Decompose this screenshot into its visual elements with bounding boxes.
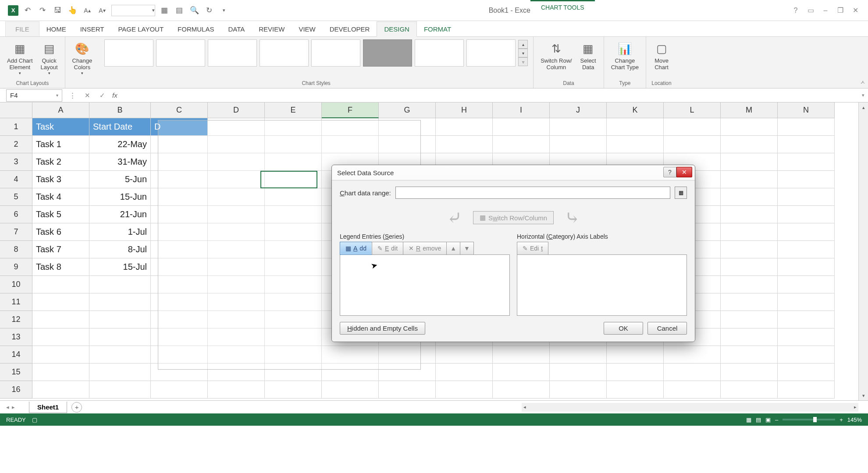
save-button[interactable]: 🖫 <box>52 5 63 16</box>
cell-N2[interactable] <box>778 136 835 153</box>
cell-B1[interactable]: Start Date <box>89 118 151 136</box>
cell-N7[interactable] <box>778 223 835 241</box>
qa-icon-3[interactable]: 🔍 <box>189 5 200 16</box>
name-box[interactable]: F4▾ <box>6 89 62 102</box>
zoom-out-button[interactable]: – <box>775 417 778 423</box>
cell-M8[interactable] <box>721 241 778 258</box>
cell-A13[interactable] <box>32 328 89 346</box>
qa-more[interactable]: ▾ <box>218 5 230 16</box>
style-thumb-7[interactable] <box>415 39 464 67</box>
view-pagebreak-button[interactable]: ▣ <box>765 417 771 423</box>
zoom-level[interactable]: 145% <box>847 417 862 423</box>
enter-formula-button[interactable]: ✓ <box>96 90 108 101</box>
select-data-button[interactable]: ▦Select Data <box>578 39 598 73</box>
cell-F16[interactable] <box>322 381 379 399</box>
style-thumb-8[interactable] <box>466 39 516 67</box>
cell-M3[interactable] <box>721 153 778 171</box>
ribbon-options-button[interactable]: ▭ <box>806 6 815 15</box>
cell-M4[interactable] <box>721 171 778 188</box>
cell-A14[interactable] <box>32 346 89 364</box>
cell-A10[interactable] <box>32 276 89 293</box>
undo-button[interactable]: ↶ <box>22 5 33 16</box>
zoom-in-button[interactable]: + <box>840 417 843 423</box>
cell-I14[interactable] <box>493 346 550 364</box>
tab-insert[interactable]: INSERT <box>73 22 111 36</box>
row-header-12[interactable]: 12 <box>0 311 32 328</box>
cell-A8[interactable]: Task 7 <box>32 241 89 258</box>
font-decrease-button[interactable]: A▾ <box>96 5 108 16</box>
vertical-scrollbar[interactable]: ▴▾ <box>858 102 868 400</box>
cell-L14[interactable] <box>664 346 721 364</box>
cell-M16[interactable] <box>721 381 778 399</box>
fx-label[interactable]: fx <box>112 92 117 99</box>
cell-L15[interactable] <box>664 364 721 381</box>
qa-icon-2[interactable]: ▤ <box>174 5 185 16</box>
cell-G16[interactable] <box>379 381 436 399</box>
cell-B11[interactable] <box>89 293 151 311</box>
cell-L2[interactable] <box>664 136 721 153</box>
formula-input[interactable] <box>121 89 858 102</box>
row-header-3[interactable]: 3 <box>0 153 32 171</box>
cell-N12[interactable] <box>778 311 835 328</box>
row-header-7[interactable]: 7 <box>0 223 32 241</box>
cell-M12[interactable] <box>721 311 778 328</box>
cell-M1[interactable] <box>721 118 778 136</box>
tab-view[interactable]: VIEW <box>292 22 322 36</box>
cell-M2[interactable] <box>721 136 778 153</box>
cell-A9[interactable]: Task 8 <box>32 258 89 276</box>
col-header-F[interactable]: F <box>322 102 379 118</box>
row-header-4[interactable]: 4 <box>0 171 32 188</box>
chart-styles-gallery[interactable]: ▴▾▿ <box>104 39 528 67</box>
horizontal-scrollbar[interactable]: ◂▸ <box>522 403 858 412</box>
axis-labels-list[interactable] <box>517 254 687 316</box>
col-header-E[interactable]: E <box>265 102 322 118</box>
column-headers[interactable]: ABCDEFGHIJKLMN <box>32 102 835 118</box>
cell-A5[interactable]: Task 4 <box>32 188 89 206</box>
cell-B16[interactable] <box>89 381 151 399</box>
row-header-9[interactable]: 9 <box>0 258 32 276</box>
cell-B6[interactable]: 21-Jun <box>89 206 151 223</box>
row-header-1[interactable]: 1 <box>0 118 32 136</box>
qa-icon-1[interactable]: ▦ <box>159 5 170 16</box>
tab-design[interactable]: DESIGN <box>377 21 417 37</box>
cancel-button[interactable]: Cancel <box>647 322 687 335</box>
cell-B15[interactable] <box>89 364 151 381</box>
tab-file[interactable]: FILE <box>5 21 39 36</box>
dialog-close-button[interactable]: ✕ <box>676 167 692 177</box>
add-sheet-button[interactable]: + <box>71 402 82 413</box>
cell-H2[interactable] <box>436 136 493 153</box>
move-chart-button[interactable]: ▢Move Chart <box>651 39 672 73</box>
cell-H14[interactable] <box>436 346 493 364</box>
col-header-D[interactable]: D <box>208 102 265 118</box>
row-header-11[interactable]: 11 <box>0 293 32 311</box>
cell-K16[interactable] <box>607 381 664 399</box>
help-button[interactable]: ? <box>791 6 800 15</box>
cell-N13[interactable] <box>778 328 835 346</box>
cell-N16[interactable] <box>778 381 835 399</box>
cell-A6[interactable]: Task 5 <box>32 206 89 223</box>
cell-N14[interactable] <box>778 346 835 364</box>
cell-M11[interactable] <box>721 293 778 311</box>
minimize-button[interactable]: – <box>821 6 830 15</box>
cell-B13[interactable] <box>89 328 151 346</box>
macro-record-icon[interactable]: ▢ <box>32 417 37 423</box>
cell-B3[interactable]: 31-May <box>89 153 151 171</box>
style-thumb-5[interactable] <box>311 39 360 67</box>
row-header-2[interactable]: 2 <box>0 136 32 153</box>
cell-N5[interactable] <box>778 188 835 206</box>
style-thumb-1[interactable] <box>104 39 153 67</box>
cell-N10[interactable] <box>778 276 835 293</box>
collapse-ribbon-button[interactable]: ㅅ <box>860 79 865 86</box>
cell-B2[interactable]: 22-May <box>89 136 151 153</box>
dialog-help-button[interactable]: ? <box>663 167 676 177</box>
hidden-empty-cells-button[interactable]: Hidden and Empty Cells <box>340 322 425 335</box>
tab-formulas[interactable]: FORMULAS <box>171 22 221 36</box>
cell-M9[interactable] <box>721 258 778 276</box>
close-button[interactable]: ✕ <box>850 6 860 15</box>
cell-A12[interactable] <box>32 311 89 328</box>
cell-B12[interactable] <box>89 311 151 328</box>
col-header-N[interactable]: N <box>778 102 835 118</box>
cell-B7[interactable]: 1-Jul <box>89 223 151 241</box>
sheet-nav[interactable]: ◂▸ <box>0 404 21 410</box>
cell-M15[interactable] <box>721 364 778 381</box>
